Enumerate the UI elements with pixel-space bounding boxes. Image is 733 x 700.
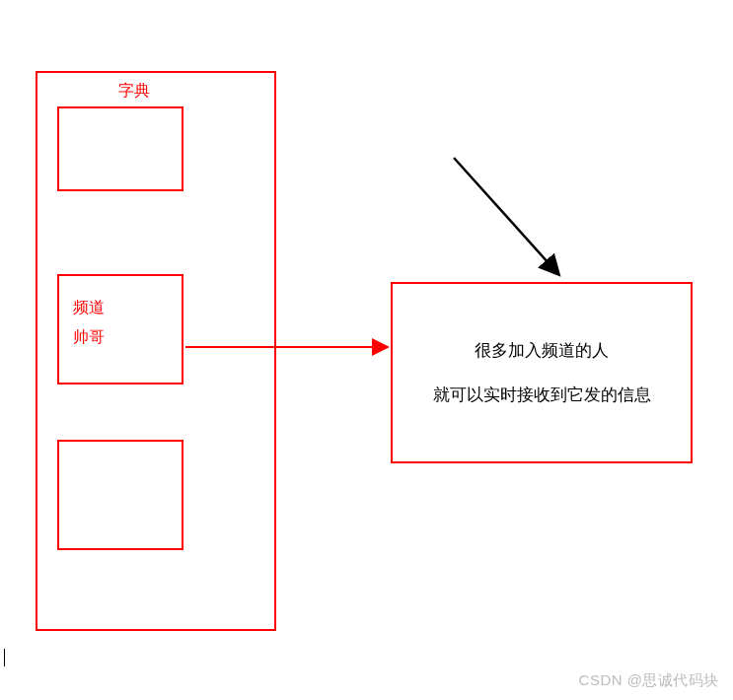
middle-box-line1: 频道 <box>73 298 105 318</box>
subscribers-box: 很多加入频道的人 就可以实时接收到它发的信息 <box>391 282 693 463</box>
inner-box-bottom <box>57 440 183 550</box>
watermark-text: CSDN @思诚代码块 <box>579 671 719 690</box>
inner-box-top <box>57 106 183 191</box>
text-cursor <box>4 649 5 666</box>
subscribers-line2: 就可以实时接收到它发的信息 <box>433 384 651 406</box>
middle-box-line2: 帅哥 <box>73 327 105 348</box>
dictionary-title: 字典 <box>118 81 150 102</box>
arrow-black-icon <box>454 158 558 274</box>
subscribers-line1: 很多加入频道的人 <box>475 339 609 362</box>
